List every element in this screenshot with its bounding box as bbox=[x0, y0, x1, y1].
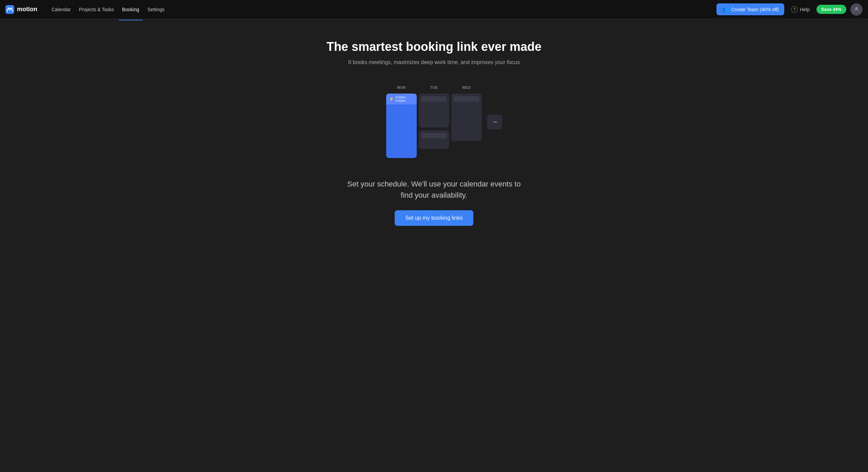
cal-column-mon: MON ⚡ 9:00am - 5:00pm bbox=[386, 86, 417, 158]
cal-block-tue-inner-1 bbox=[421, 96, 447, 102]
nav-calendar[interactable]: Calendar bbox=[48, 5, 74, 14]
hero-title: The smartest booking link ever made bbox=[327, 39, 541, 54]
next-arrow-button[interactable]: → bbox=[487, 115, 502, 130]
help-circle-icon: ? bbox=[791, 6, 798, 13]
cal-time-text: 9:00am - 5:00pm bbox=[395, 96, 414, 102]
navbar: motion Calendar Projects & Tasks Booking… bbox=[0, 0, 868, 19]
avatar[interactable] bbox=[850, 3, 863, 16]
cal-column-tue: TUE bbox=[419, 86, 449, 149]
cal-block-tue-inner-2 bbox=[421, 133, 447, 138]
calendar-illustration: MON ⚡ 9:00am - 5:00pm TUE WED bbox=[386, 86, 482, 158]
bottom-section: Set your schedule. We'll use your calend… bbox=[346, 178, 522, 226]
cal-block-tue-2 bbox=[419, 130, 449, 149]
svg-point-1 bbox=[855, 7, 858, 10]
bottom-text: Set your schedule. We'll use your calend… bbox=[346, 178, 522, 201]
hero-subtitle: It books meetings, maximizes deep work t… bbox=[348, 59, 520, 65]
cal-column-wed: WED bbox=[451, 86, 482, 141]
cal-block-wed bbox=[451, 94, 482, 141]
cal-block-tue-1 bbox=[419, 94, 449, 127]
cal-day-tue: TUE bbox=[430, 86, 438, 90]
nav-links: Calendar Projects & Tasks Booking Settin… bbox=[48, 5, 168, 14]
nav-projects-tasks[interactable]: Projects & Tasks bbox=[76, 5, 117, 14]
avatar-icon bbox=[853, 6, 860, 13]
lightning-icon: ⚡ bbox=[389, 97, 394, 101]
save-button[interactable]: Save 44% bbox=[816, 5, 846, 14]
navbar-right: 👥 Create Team (40% off) ? Help Save 44% bbox=[716, 3, 863, 16]
cal-block-wed-inner bbox=[454, 96, 479, 102]
help-button[interactable]: ? Help bbox=[788, 4, 812, 15]
logo-text: motion bbox=[17, 6, 37, 13]
cal-day-mon: MON bbox=[397, 86, 406, 90]
cal-block-mon-header: ⚡ 9:00am - 5:00pm bbox=[386, 94, 417, 104]
users-icon: 👥 bbox=[722, 6, 729, 13]
main-content: The smartest booking link ever made It b… bbox=[0, 19, 868, 253]
motion-logo-icon bbox=[5, 5, 14, 14]
logo[interactable]: motion bbox=[5, 5, 37, 14]
cal-block-mon: ⚡ 9:00am - 5:00pm bbox=[386, 94, 417, 158]
setup-booking-button[interactable]: Set up my booking links bbox=[395, 210, 474, 226]
arrow-right-icon: → bbox=[492, 118, 498, 125]
nav-booking[interactable]: Booking bbox=[119, 5, 143, 14]
create-team-button[interactable]: 👥 Create Team (40% off) bbox=[716, 3, 784, 15]
cal-day-wed: WED bbox=[462, 86, 471, 90]
nav-settings[interactable]: Settings bbox=[144, 5, 168, 14]
